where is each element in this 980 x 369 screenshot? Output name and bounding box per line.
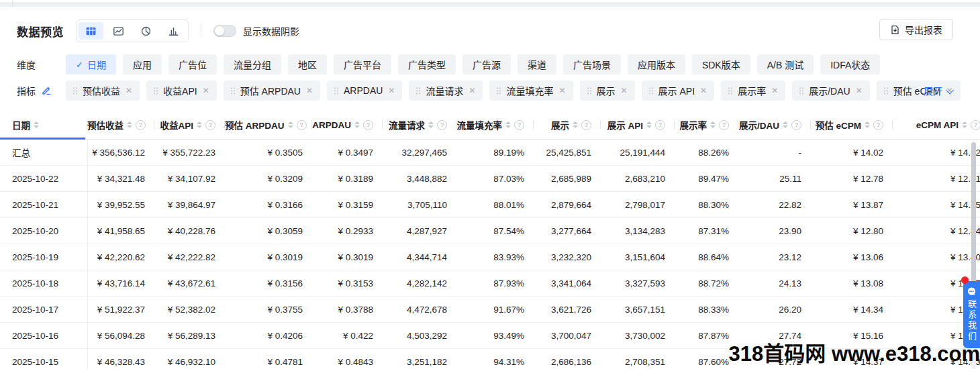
- help-icon[interactable]: ?: [791, 120, 801, 130]
- column-header[interactable]: 展示率?: [675, 111, 738, 140]
- sort-icon[interactable]: [354, 121, 360, 128]
- column-header[interactable]: 预估 ARPDAU?: [225, 111, 312, 140]
- sort-icon[interactable]: [288, 121, 293, 128]
- value-cell: ¥ 14.02: [811, 140, 893, 166]
- remove-tag-icon[interactable]: ✕: [387, 86, 395, 95]
- drag-handle-icon[interactable]: [799, 87, 804, 95]
- edit-metrics-icon[interactable]: [41, 85, 52, 96]
- metric-tag[interactable]: 展示/DAU✕: [792, 81, 870, 101]
- dimension-chip[interactable]: ✓日期: [66, 54, 116, 74]
- pie-chart-view-button[interactable]: [134, 22, 158, 40]
- drag-handle-icon[interactable]: [648, 87, 654, 95]
- dimension-chip[interactable]: 广告平台: [334, 54, 391, 74]
- dimension-chip[interactable]: 流量分组: [224, 54, 281, 74]
- remove-tag-icon[interactable]: ✕: [620, 86, 628, 95]
- column-header[interactable]: 展示?: [534, 111, 601, 140]
- line-chart-view-button[interactable]: [106, 22, 131, 40]
- column-header[interactable]: ARPDAU?: [312, 111, 383, 140]
- dimension-chip[interactable]: 广告源: [462, 54, 511, 74]
- dimension-chip[interactable]: 应用: [123, 54, 162, 74]
- drag-handle-icon[interactable]: [496, 87, 501, 95]
- column-header[interactable]: eCPM API?: [893, 111, 980, 140]
- column-header[interactable]: 收益API?: [154, 111, 225, 140]
- metric-tag[interactable]: ARPDAU✕: [327, 81, 402, 101]
- column-header[interactable]: 预估收益?: [87, 111, 154, 140]
- drag-handle-icon[interactable]: [587, 87, 592, 95]
- dimension-chip[interactable]: SDK版本: [692, 54, 750, 74]
- help-icon[interactable]: ?: [297, 120, 307, 130]
- remove-tag-icon[interactable]: ✕: [699, 86, 707, 95]
- column-header[interactable]: 展示/DAU?: [738, 111, 811, 140]
- dimension-chip[interactable]: 广告位: [168, 54, 217, 74]
- column-header[interactable]: 流量填充率?: [456, 111, 534, 140]
- drag-handle-icon[interactable]: [883, 87, 889, 95]
- value-cell: 3,134,283: [601, 218, 675, 244]
- metric-tag[interactable]: 展示率✕: [721, 81, 785, 101]
- expand-metrics-link[interactable]: 展开: [924, 84, 952, 97]
- drag-handle-icon[interactable]: [230, 87, 236, 95]
- column-header[interactable]: 预估 eCPM?: [811, 111, 893, 140]
- drag-handle-icon[interactable]: [72, 87, 78, 95]
- column-header[interactable]: 展示 API?: [601, 111, 675, 140]
- drag-handle-icon[interactable]: [415, 87, 421, 95]
- sort-icon[interactable]: [573, 121, 578, 128]
- remove-tag-icon[interactable]: ✕: [771, 86, 779, 95]
- sort-icon[interactable]: [646, 121, 652, 128]
- remove-tag-icon[interactable]: ✕: [125, 86, 133, 95]
- remove-tag-icon[interactable]: ✕: [855, 86, 863, 95]
- help-icon[interactable]: ?: [581, 120, 591, 130]
- metric-tag[interactable]: 收益API✕: [146, 81, 217, 101]
- metric-tag[interactable]: 展示 API✕: [642, 81, 715, 101]
- help-icon[interactable]: ?: [971, 120, 980, 130]
- sort-icon[interactable]: [710, 121, 716, 128]
- help-icon[interactable]: ?: [655, 120, 665, 130]
- metric-tag[interactable]: 展示✕: [580, 81, 635, 101]
- remove-tag-icon[interactable]: ✕: [558, 86, 566, 95]
- remove-tag-icon[interactable]: ✕: [202, 86, 210, 95]
- sort-icon[interactable]: [428, 121, 434, 128]
- sort-icon[interactable]: [783, 121, 788, 128]
- dimension-chip[interactable]: IDFA状态: [820, 54, 880, 74]
- sort-icon[interactable]: [127, 121, 132, 128]
- remove-tag-icon[interactable]: ✕: [305, 86, 313, 95]
- metric-tag[interactable]: 预估收益✕: [66, 81, 140, 101]
- help-icon[interactable]: ?: [205, 120, 215, 130]
- column-header[interactable]: 日期: [0, 111, 87, 140]
- bar-chart-icon: [168, 25, 179, 37]
- help-icon[interactable]: ?: [437, 120, 447, 130]
- drag-handle-icon[interactable]: [153, 87, 158, 95]
- dimension-chip[interactable]: A/B 测试: [757, 54, 814, 74]
- value-cell: ¥ 0.3497: [312, 140, 383, 166]
- table-view-button[interactable]: [79, 22, 103, 40]
- help-icon[interactable]: ?: [136, 120, 146, 130]
- sort-icon[interactable]: [197, 121, 202, 128]
- drag-handle-icon[interactable]: [334, 87, 339, 95]
- notification-dot: [961, 276, 969, 284]
- metric-tag[interactable]: 预估 ARPDAU✕: [224, 81, 320, 101]
- bar-chart-view-button[interactable]: [161, 22, 186, 40]
- dimension-chip[interactable]: 渠道: [518, 54, 556, 74]
- data-shadow-toggle[interactable]: [213, 25, 236, 37]
- dimension-chip[interactable]: 应用版本: [628, 54, 685, 74]
- sort-icon[interactable]: [865, 121, 870, 128]
- help-icon[interactable]: ?: [514, 120, 524, 130]
- dimension-chip[interactable]: 广告类型: [398, 54, 456, 74]
- metric-tag[interactable]: 流量填充率✕: [489, 81, 573, 101]
- metric-tag[interactable]: 流量请求✕: [409, 81, 483, 101]
- export-report-button[interactable]: 导出报表: [879, 19, 953, 40]
- dimension-chip-label: 广告平台: [344, 58, 381, 71]
- sort-icon[interactable]: [34, 121, 39, 128]
- sort-icon[interactable]: [962, 121, 967, 128]
- help-icon[interactable]: ?: [363, 120, 373, 130]
- sort-icon[interactable]: [505, 121, 511, 128]
- remove-tag-icon[interactable]: ✕: [468, 86, 476, 95]
- dimension-chip[interactable]: 广告场景: [563, 54, 621, 74]
- drag-handle-icon[interactable]: [728, 87, 733, 95]
- dimension-chip-list: ✓日期应用广告位流量分组地区广告平台广告类型广告源渠道广告场景应用版本SDK版本…: [66, 54, 880, 74]
- value-cell: ¥ 355,722.23: [154, 140, 225, 166]
- dimension-chip[interactable]: 地区: [288, 54, 327, 74]
- value-cell: ¥ 34,321.48: [87, 166, 154, 192]
- help-icon[interactable]: ?: [873, 120, 883, 130]
- column-header[interactable]: 流量请求?: [383, 111, 456, 140]
- help-icon[interactable]: ?: [719, 120, 729, 130]
